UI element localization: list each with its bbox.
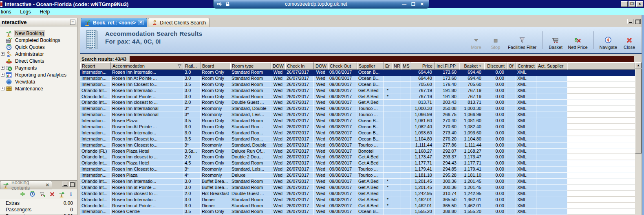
sidebar-item-maintenance[interactable]: +Maintenance — [0, 85, 77, 92]
add-icon[interactable] — [20, 191, 26, 197]
table-row[interactable]: Orlando (FL)Rosen Plaza Hotel3.5s...Room… — [80, 149, 635, 155]
grid-vertical-scrollbar[interactable]: ▲ — [635, 62, 642, 215]
column-header-dow_out[interactable]: DOW — [314, 62, 328, 70]
expand-plus-icon[interactable]: + — [1, 73, 4, 77]
sidebar-item-administrator[interactable]: +Administrator — [0, 50, 77, 57]
palm-tree-icon[interactable] — [59, 191, 65, 197]
table-row[interactable]: Orlando Int...Rosen Inn at Pointe ...3.0… — [80, 94, 635, 100]
column-header-check_in[interactable]: Check In — [285, 62, 314, 70]
table-row[interactable]: Internation...Rosen Inn Internatio...3.0… — [80, 70, 635, 76]
column-header-supplier[interactable]: Supplier — [357, 62, 384, 70]
column-header-room_type[interactable]: Room type — [230, 62, 271, 70]
column-header-price[interactable]: Price — [410, 62, 435, 70]
quote-clock-icon[interactable] — [29, 191, 35, 197]
table-row[interactable]: Internation...Rosen Inn Internatio...3.0… — [80, 130, 635, 136]
cell-er — [384, 173, 392, 178]
restore-button[interactable]: ❐ — [629, 1, 635, 7]
close-button[interactable]: x — [636, 1, 643, 7]
table-row[interactable]: Internation...Rosen Inn International3*R… — [80, 112, 635, 118]
table-row[interactable]: Internation...Rosen Centre3.5Room OnlySt… — [80, 209, 635, 215]
pin-icon[interactable] — [217, 1, 223, 7]
scroll-up-arrow-icon[interactable]: ▲ — [635, 62, 642, 68]
column-header-ms[interactable]: MS — [401, 62, 410, 70]
table-row[interactable]: Orlando Int...Rosen Inn Internatio...3.0… — [80, 88, 635, 94]
info-icon[interactable]: i — [69, 191, 73, 197]
cell-incl_fl_pp: 191.80 — [435, 94, 459, 100]
sidebar-item-direct-clients[interactable]: Direct Clients — [0, 57, 77, 64]
column-header-nr[interactable]: NR — [392, 62, 401, 70]
table-row[interactable]: Internation...Rosen Inn Closest to...3*R… — [80, 167, 635, 173]
sidebar-item-completed-bookings[interactable]: Completed Bookings — [0, 37, 77, 44]
facilities-filter-button[interactable]: Facilities Filter — [508, 31, 536, 50]
menu-item-help[interactable]: Help — [40, 9, 50, 15]
column-header-check_out[interactable]: Check Out — [328, 62, 357, 70]
column-header-accommodation[interactable]: Accommodation — [111, 62, 183, 70]
table-row[interactable]: Internation...Rosen Inn Closest to...3.5… — [80, 136, 635, 143]
column-header-of[interactable]: Of — [507, 62, 516, 70]
delete-icon[interactable] — [49, 191, 55, 197]
sidebar-item-viewdata[interactable]: Viewdata — [0, 78, 77, 85]
sidebar-item-new-booking[interactable]: New Booking — [0, 30, 77, 37]
sidebar-item-payments[interactable]: +$Payments — [0, 64, 77, 71]
booking-contents-close-icon[interactable]: ✕ — [46, 182, 49, 188]
cell-discount: 0.00 — [484, 82, 507, 88]
column-header-dow_in[interactable]: DOW — [271, 62, 285, 70]
basket-button[interactable]: Basket — [548, 31, 563, 50]
mdi-maximize-button[interactable] — [635, 19, 641, 24]
table-row[interactable]: Orlando Int...Rosen Inn closest to ...2.… — [80, 100, 635, 106]
table-row[interactable]: Orlando Int...Rosen Plaza Hotel4.5Room O… — [80, 160, 635, 167]
cell-check_out: 09/08/2017 — [328, 179, 357, 184]
tab-close-icon[interactable]: ✕ — [138, 20, 143, 25]
mdi-minimize-button[interactable] — [627, 19, 633, 24]
tab-book-ref-none-[interactable]: Book. ref.: <none>✕ — [81, 18, 147, 27]
tab-direct-clients-search[interactable]: Direct Clients Search — [148, 18, 210, 27]
table-row[interactable]: Internation...Rosen Inn At Pointe ...3.0… — [80, 124, 635, 130]
scrollbar-thumb[interactable] — [635, 69, 642, 154]
menu-item-tions[interactable]: tions — [1, 9, 11, 15]
minimize-button[interactable]: _ — [621, 1, 628, 7]
rdp-restore-button[interactable]: ❐ — [411, 2, 415, 7]
table-row[interactable]: Internation...Rosen Plaza4*RoomonlyDelux… — [80, 173, 635, 179]
rdp-close-button[interactable]: ✕ — [420, 2, 424, 7]
table-row[interactable]: Internation...Rosen Plaza3.5Room OnlySta… — [80, 118, 635, 124]
column-header-discount[interactable]: Discount — [484, 62, 507, 70]
booking-contents-tab[interactable]: Booking contents ✕ — [0, 181, 52, 189]
table-row[interactable]: Orlando Int...Rosen Inn at Pointe ...3.0… — [80, 185, 635, 191]
cart-arrow-icon[interactable] — [39, 191, 46, 197]
table-row[interactable]: Internation...Rosen Inn Closest to...3*R… — [80, 143, 635, 149]
table-row[interactable]: Internation...Rosen Inn International3*R… — [80, 106, 635, 112]
table-row[interactable]: Orlando Int...Rosen Inn Internatio...3.0… — [80, 179, 635, 185]
cell-nr — [392, 88, 401, 94]
table-row[interactable]: Orlando Int...Rosen Inn Internatio...3.0… — [80, 197, 635, 203]
column-header-resort[interactable]: Resort — [80, 62, 111, 70]
expand-plus-icon[interactable]: + — [1, 66, 4, 70]
close-button[interactable]: Close — [622, 31, 637, 50]
table-row[interactable]: Orlando Int...Rosen Inn closest to ...2.… — [80, 154, 635, 160]
cell-discount: 0.00 — [484, 160, 507, 166]
expand-plus-icon[interactable]: + — [1, 52, 4, 56]
menu-item-logs[interactable]: Logs — [20, 9, 31, 15]
column-header-incl_fl_pp[interactable]: Incl.Fl.PP — [435, 62, 459, 70]
booking-panel-maximize-button[interactable] — [69, 182, 75, 187]
cell-price: 1,462.01 — [410, 197, 435, 203]
sidebar-item-quick-quotes[interactable]: Quick Quotes — [0, 44, 77, 50]
table-row[interactable]: Internation...Rosen Inn At Pointe ...3.0… — [80, 76, 635, 82]
column-header-er[interactable]: Er — [384, 62, 392, 70]
table-row[interactable]: Orlando Int...Rosen Inn closest to ...2.… — [80, 191, 635, 197]
booking-panel-minimize-button[interactable] — [62, 182, 68, 187]
rdp-minimize-button[interactable]: — — [402, 2, 406, 7]
nett-price-button[interactable]: $Nett Price — [568, 31, 587, 50]
navigate-button[interactable]: Navigate — [600, 31, 617, 50]
sidebar-item-reporting-and-analytics[interactable]: +Reporting and Analytics — [0, 71, 77, 78]
column-header-basket[interactable]: Basket▼ — [459, 62, 484, 70]
column-header-rating[interactable]: Rati... — [183, 62, 201, 70]
column-header-board[interactable]: Board — [201, 62, 230, 70]
table-row[interactable]: Orlando Int...Rosen Inn at Pointe ...3.0… — [80, 203, 635, 209]
sidebar-collapse-button[interactable]: − — [70, 20, 75, 25]
table-row[interactable]: Internation...Rosen Inn Closest to...3.5… — [80, 82, 635, 88]
cell-accommodation: Rosen Inn International — [111, 106, 183, 112]
expand-plus-icon[interactable]: + — [1, 87, 4, 90]
column-header-contract[interactable]: Contract — [516, 62, 536, 70]
column-header-act_supplier[interactable]: Act. Supplier — [536, 62, 567, 70]
funnel-mini-icon — [177, 64, 182, 68]
